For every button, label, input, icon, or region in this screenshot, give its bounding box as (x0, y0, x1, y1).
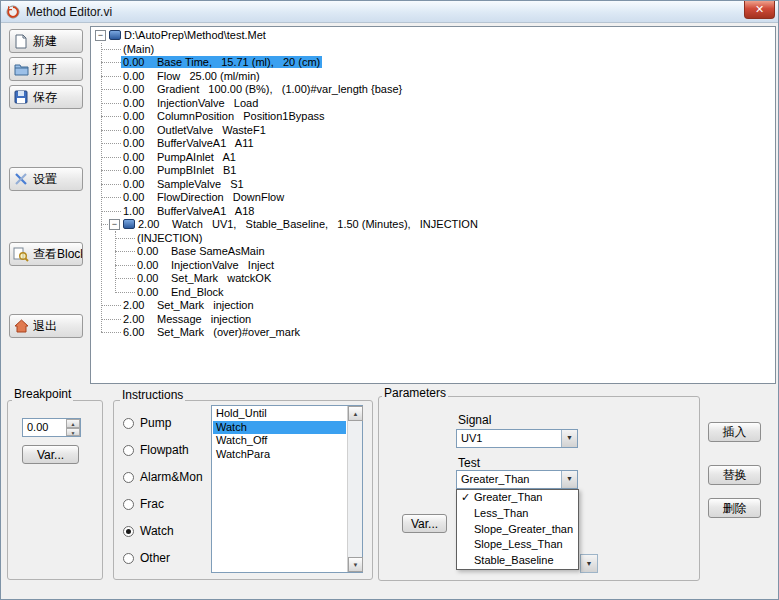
tree-row[interactable]: 2.00Set_Mark injection (91, 299, 775, 313)
listbox-item[interactable]: Hold_Until (213, 407, 346, 421)
signal-combo[interactable]: UV1 ▼ (456, 429, 578, 448)
tree-row[interactable]: 1.00BufferValveA1 A18 (91, 205, 775, 219)
tree-row[interactable]: 0.00PumpBInlet B1 (91, 164, 775, 178)
parameters-var-button[interactable]: Var... (402, 514, 447, 533)
sidebar-button-exit[interactable]: 退出 (9, 314, 83, 338)
dropdown-option[interactable]: Slope_Less_Than (457, 537, 578, 553)
tree-row-time: 0.00 (137, 286, 171, 300)
tree-row[interactable]: 0.00BufferValveA1 A11 (91, 137, 775, 151)
sidebar-button-view-block[interactable]: 查看Block (9, 242, 83, 266)
tree-row[interactable]: −2.00Watch UV1, Stable_Baseline, 1.50 (M… (91, 218, 775, 232)
sidebar-button-new[interactable]: 新建 (9, 29, 83, 53)
window-title: Method Editor.vi (26, 5, 112, 19)
signal-combo-value: UV1 (461, 430, 482, 447)
listbox-item[interactable]: Watch (213, 421, 346, 435)
test-dropdown-list[interactable]: ✓Greater_ThanLess_ThanSlope_Greater_than… (456, 489, 579, 570)
hidden-combo-arrow-icon[interactable]: ▼ (580, 554, 598, 573)
tree-connector (101, 157, 121, 158)
test-combo[interactable]: Greater_Than ▼ (456, 470, 578, 489)
instruction-category-other[interactable]: Other (123, 551, 170, 565)
chevron-down-icon[interactable]: ▼ (561, 471, 577, 488)
tree-row[interactable]: 6.00Set_Mark (over)#over_mark (91, 326, 775, 340)
tree-row[interactable]: 2.00Message injection (91, 313, 775, 327)
sidebar-button-settings[interactable]: 设置 (9, 167, 83, 191)
instruction-category-frac[interactable]: Frac (123, 497, 164, 511)
tree-row[interactable]: 0.00InjectionValve Load (91, 97, 775, 111)
tree-row-time: 0.00 (123, 191, 157, 205)
radio-button-icon (123, 418, 134, 429)
tree-row[interactable]: 0.00Flow 25.00 (ml/min) (91, 70, 775, 84)
tree-connector (101, 332, 121, 333)
tree-row-time: 2.00 (123, 313, 157, 327)
tree-connector (101, 143, 121, 144)
tree-row-text: (INJECTION) (137, 232, 202, 244)
instruction-category-pump[interactable]: Pump (123, 416, 171, 430)
test-label: Test (458, 456, 480, 470)
collapse-toggle-icon[interactable]: − (109, 219, 120, 230)
open-folder-icon (13, 61, 29, 77)
listbox-item[interactable]: Watch_Off (213, 434, 346, 448)
tree-row[interactable]: −D:\AutoPrep\Method\test.Met (91, 29, 775, 43)
instruction-listbox[interactable]: Hold_UntilWatchWatch_OffWatchPara ▲ ▼ (211, 405, 363, 573)
breakpoint-var-button[interactable]: Var... (22, 445, 79, 464)
tree-row[interactable]: (Main) (91, 43, 775, 57)
sidebar-button-label: 新建 (33, 33, 57, 50)
tree-row-label: Set_Mark watckOK (171, 272, 271, 284)
instruction-category-alarm-mon[interactable]: Alarm&Mon (123, 470, 203, 484)
tree-row-text: 0.00InjectionValve Inject (137, 259, 274, 271)
tree-row[interactable]: 0.00Set_Mark watckOK (91, 272, 775, 286)
tree-row[interactable]: 0.00SampleValve S1 (91, 178, 775, 192)
titlebar[interactable]: Method Editor.vi ✕ (1, 1, 778, 23)
tree-connector (101, 116, 121, 117)
tree-row-label: Message injection (157, 313, 251, 325)
tree-row-time: 0.00 (123, 70, 157, 84)
instruction-category-flowpath[interactable]: Flowpath (123, 443, 189, 457)
radio-button-icon (123, 553, 134, 564)
dropdown-option[interactable]: Stable_Baseline (457, 553, 578, 569)
listbox-item[interactable]: WatchPara (213, 448, 346, 462)
insert-button[interactable]: 插入 (708, 422, 761, 442)
close-button[interactable]: ✕ (744, 1, 775, 19)
instructions-label: Instructions (120, 388, 185, 402)
breakpoint-input[interactable]: 0.00 ▲ ▼ (22, 418, 81, 437)
tree-row[interactable]: 0.00PumpAInlet A1 (91, 151, 775, 165)
tree-row-time: 0.00 (123, 137, 157, 151)
tree-row[interactable]: 0.00ColumnPosition Position1Bypass (91, 110, 775, 124)
dropdown-option-label: Slope_Less_Than (474, 538, 563, 550)
method-tree[interactable]: −D:\AutoPrep\Method\test.Met(Main)0.00Ba… (90, 26, 776, 384)
instruction-category-watch[interactable]: Watch (123, 524, 174, 538)
tree-row[interactable]: 0.00End_Block (91, 286, 775, 300)
sidebar-button-save[interactable]: 保存 (9, 85, 83, 109)
dropdown-option[interactable]: Slope_Greater_than (457, 522, 578, 538)
scroll-up-icon[interactable]: ▲ (348, 406, 363, 421)
radio-label: Flowpath (140, 443, 189, 457)
tree-row[interactable]: 0.00Gradient 100.00 (B%), (1.00)#var_len… (91, 83, 775, 97)
collapse-toggle-icon[interactable]: − (95, 30, 106, 41)
tree-row[interactable]: 0.00InjectionValve Inject (91, 259, 775, 273)
listbox-scrollbar[interactable]: ▲ ▼ (347, 406, 362, 572)
parameters-label: Parameters (382, 386, 448, 400)
scroll-down-icon[interactable]: ▼ (348, 557, 363, 572)
breakpoint-value[interactable]: 0.00 (27, 419, 48, 436)
breakpoint-label: Breakpoint (12, 387, 73, 401)
tree-connector (101, 130, 121, 131)
tree-row[interactable]: 0.00FlowDirection DownFlow (91, 191, 775, 205)
chevron-down-icon[interactable]: ▼ (561, 430, 577, 447)
radio-label: Frac (140, 497, 164, 511)
sidebar-button-open[interactable]: 打开 (9, 57, 83, 81)
tree-row-text: 6.00Set_Mark (over)#over_mark (123, 326, 300, 338)
tree-row[interactable]: 0.00Base SameAsMain (91, 245, 775, 259)
tree-row[interactable]: 0.00OutletValve WasteF1 (91, 124, 775, 138)
tree-row[interactable]: (INJECTION) (91, 232, 775, 246)
spin-down-icon[interactable]: ▼ (66, 428, 80, 437)
tree-row-time: 0.00 (123, 97, 157, 111)
replace-button[interactable]: 替换 (708, 465, 761, 485)
dropdown-option[interactable]: Less_Than (457, 506, 578, 522)
dropdown-option[interactable]: ✓Greater_Than (457, 490, 578, 506)
tree-row[interactable]: 0.00Base Time, 15.71 (ml), 20 (cm) (91, 56, 775, 70)
tree-row-text: 0.00End_Block (137, 286, 224, 298)
delete-button[interactable]: 删除 (708, 498, 761, 518)
breakpoint-spinner[interactable]: ▲ ▼ (66, 419, 80, 436)
spin-up-icon[interactable]: ▲ (66, 419, 80, 428)
method-block-icon (123, 219, 135, 229)
